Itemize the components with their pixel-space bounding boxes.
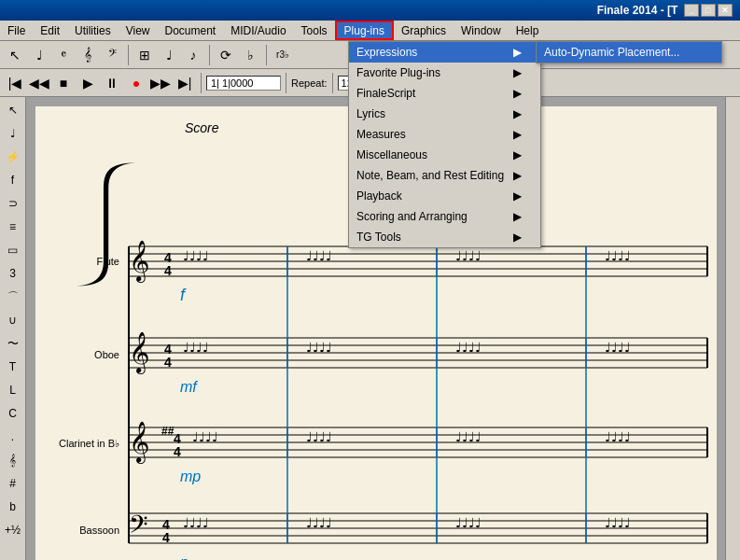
minimize-button[interactable]: _ bbox=[684, 4, 699, 17]
pause-button[interactable]: ⏸ bbox=[101, 72, 123, 94]
menu-item-auto-dynamic[interactable]: Auto-Dynamic Placement... bbox=[537, 42, 721, 63]
svg-text:♩♩♩♩: ♩♩♩♩ bbox=[605, 429, 631, 444]
menu-help[interactable]: Help bbox=[509, 21, 547, 40]
speedy-tool[interactable]: ⚡ bbox=[2, 146, 24, 168]
expression-tool[interactable]: f bbox=[2, 169, 24, 191]
svg-text:♩♩♩♩: ♩♩♩♩ bbox=[605, 340, 631, 355]
menu-item-tg-tools[interactable]: TG Tools ▶ bbox=[349, 227, 540, 247]
svg-text:♩♩♩♩: ♩♩♩♩ bbox=[306, 429, 332, 444]
maximize-button[interactable]: □ bbox=[701, 4, 716, 17]
stop-button[interactable]: ■ bbox=[52, 72, 75, 94]
svg-text:♩♩♩♩: ♩♩♩♩ bbox=[455, 248, 482, 263]
grid-button[interactable]: ⊞ bbox=[133, 44, 156, 66]
svg-text:♩♩♩♩: ♩♩♩♩ bbox=[192, 429, 218, 444]
toolbar-separator-2 bbox=[209, 45, 210, 65]
close-button[interactable]: ✕ bbox=[718, 4, 733, 17]
menu-item-favorite-plugins[interactable]: Favorite Plug-ins ▶ bbox=[349, 63, 540, 83]
toolbar-separator-1 bbox=[128, 45, 129, 65]
text-tool[interactable]: T bbox=[2, 356, 24, 378]
repeat-label: Repeat: bbox=[291, 77, 328, 89]
measure-tool[interactable]: ▭ bbox=[2, 239, 24, 261]
menu-item-expressions[interactable]: Expressions ▶ bbox=[349, 42, 540, 63]
zoom-tool[interactable]: +½ bbox=[2, 519, 24, 541]
menu-bar: File Edit Utilities View Document MIDI/A… bbox=[0, 21, 740, 41]
clef-button[interactable]: 𝄢 bbox=[101, 44, 123, 66]
menu-item-scoring-arranging[interactable]: Scoring and Arranging ▶ bbox=[349, 206, 540, 227]
menu-midi-audio[interactable]: MIDI/Audio bbox=[223, 21, 293, 40]
svg-text:f: f bbox=[180, 286, 187, 304]
transport-separator-3 bbox=[332, 73, 333, 93]
chord-tool[interactable]: C bbox=[2, 402, 24, 425]
tuplet-tool[interactable]: 3 bbox=[2, 262, 24, 285]
svg-text:♩♩♩♩: ♩♩♩♩ bbox=[455, 340, 482, 355]
text-tool-button[interactable]: r3♭ bbox=[272, 44, 294, 66]
rewind-start-button[interactable]: |◀ bbox=[4, 72, 26, 94]
key-sig-tool[interactable]: # bbox=[2, 472, 24, 495]
svg-text:4: 4 bbox=[164, 263, 172, 278]
selection-tool[interactable]: ↖ bbox=[2, 99, 24, 121]
svg-text:♩♩♩♩: ♩♩♩♩ bbox=[306, 248, 332, 263]
svg-text:mf: mf bbox=[180, 379, 198, 395]
staff-tool[interactable]: ≡ bbox=[2, 216, 24, 238]
menu-utilities[interactable]: Utilities bbox=[67, 21, 119, 40]
submenu-arrow-miscellaneous: ▶ bbox=[513, 148, 522, 161]
menu-item-lyrics[interactable]: Lyrics ▶ bbox=[349, 104, 540, 124]
menu-edit[interactable]: Edit bbox=[33, 21, 67, 40]
slur-tool[interactable]: ⌒ bbox=[2, 286, 24, 308]
svg-text:𝄢: 𝄢 bbox=[129, 511, 148, 544]
svg-text:♩♩♩♩: ♩♩♩♩ bbox=[605, 248, 631, 263]
submenu-arrow-expressions: ▶ bbox=[513, 46, 522, 59]
bassoon-label: Bassoon bbox=[79, 525, 119, 536]
menu-item-playback[interactable]: Playback ▶ bbox=[349, 186, 540, 206]
note-entry-tool[interactable]: ♩ bbox=[2, 122, 24, 145]
note-tool-button[interactable]: ♩ bbox=[28, 44, 50, 66]
svg-text:4: 4 bbox=[174, 444, 181, 459]
rewind-button[interactable]: ◀◀ bbox=[28, 72, 50, 94]
svg-text:♩♩♩♩: ♩♩♩♩ bbox=[183, 515, 209, 530]
record-button[interactable]: ● bbox=[125, 72, 147, 94]
menu-document[interactable]: Document bbox=[158, 21, 224, 40]
svg-text:♩♩♩♩: ♩♩♩♩ bbox=[183, 248, 209, 263]
quarter-note-button[interactable]: ♩ bbox=[158, 44, 180, 66]
svg-text:♩♩♩♩: ♩♩♩♩ bbox=[605, 515, 631, 530]
menu-window[interactable]: Window bbox=[454, 21, 509, 40]
play-button[interactable]: ▶ bbox=[77, 72, 99, 94]
menu-item-miscellaneous[interactable]: Miscellaneous ▶ bbox=[349, 145, 540, 165]
toolbar-separator-3 bbox=[266, 45, 267, 65]
svg-text:4: 4 bbox=[164, 355, 172, 370]
key-sig-button[interactable]: 𝄞 bbox=[77, 44, 99, 66]
title-bar: Finale 2014 - [T _ □ ✕ bbox=[0, 0, 740, 21]
eighth-note-button[interactable]: ♪ bbox=[182, 44, 204, 66]
menu-view[interactable]: View bbox=[119, 21, 158, 40]
svg-text:4: 4 bbox=[162, 530, 170, 545]
fast-forward-end-button[interactable]: ▶| bbox=[174, 72, 196, 94]
lyrics-tool[interactable]: L bbox=[2, 379, 24, 401]
svg-text:⎰: ⎰ bbox=[69, 153, 143, 288]
arrow-tool-button[interactable]: ↖ bbox=[4, 44, 26, 66]
transport-separator-2 bbox=[286, 73, 286, 93]
title-text: Finale 2014 - [T bbox=[597, 4, 678, 17]
submenu-arrow-note-beam: ▶ bbox=[513, 169, 522, 182]
time-sig-tool[interactable]: b bbox=[2, 496, 24, 518]
svg-text:♩♩♩♩: ♩♩♩♩ bbox=[455, 429, 482, 444]
metronome-button[interactable]: ⟳ bbox=[215, 44, 237, 66]
tie-tool[interactable]: ∪ bbox=[2, 309, 24, 331]
fast-forward-button[interactable]: ▶▶ bbox=[149, 72, 172, 94]
oboe-label: Oboe bbox=[94, 349, 119, 360]
time-sig-button[interactable]: 𝄴 bbox=[52, 44, 75, 66]
vertical-scrollbar[interactable] bbox=[725, 97, 740, 560]
menu-plug-ins[interactable]: Plug-ins bbox=[335, 21, 394, 40]
repeat-tool[interactable]: ⊃ bbox=[2, 192, 24, 215]
clef-tool[interactable]: 𝄞 bbox=[2, 449, 24, 471]
menu-tools[interactable]: Tools bbox=[294, 21, 335, 40]
menu-item-measures[interactable]: Measures ▶ bbox=[349, 124, 540, 145]
menu-item-finalescript[interactable]: FinaleScript ▶ bbox=[349, 83, 540, 104]
clarinet-label: Clarinet in B♭ bbox=[59, 438, 119, 449]
menu-item-note-beam-rest[interactable]: Note, Beam, and Rest Editing ▶ bbox=[349, 165, 540, 186]
articulation-tool[interactable]: . bbox=[2, 426, 24, 448]
smart-shape-tool[interactable]: 〜 bbox=[2, 332, 24, 355]
flat-button[interactable]: ♭ bbox=[239, 44, 261, 66]
menu-graphics[interactable]: Graphics bbox=[394, 21, 454, 40]
menu-file[interactable]: File bbox=[0, 21, 33, 40]
submenu-arrow-tg-tools: ▶ bbox=[513, 231, 522, 244]
